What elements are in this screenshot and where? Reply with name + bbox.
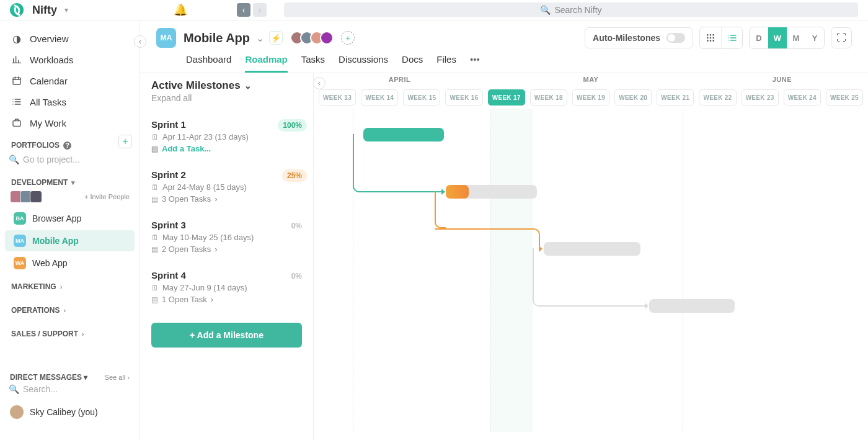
week-pill[interactable]: WEEK 20 <box>614 89 652 106</box>
zoom-month[interactable]: M <box>787 27 805 48</box>
operations-label: OPERATIONS <box>11 306 60 315</box>
marketing-header[interactable]: MARKETING › <box>0 275 140 294</box>
fullscreen-button[interactable]: ⛶ <box>831 27 852 48</box>
week-pill[interactable]: WEEK 15 <box>403 89 440 106</box>
svg-rect-1 <box>13 121 20 127</box>
open-tasks-link[interactable]: ▤3 Open Tasks › <box>151 194 302 204</box>
milestone-name: Sprint 2 <box>151 169 302 180</box>
zoom-year[interactable]: Y <box>805 27 824 48</box>
task-icon: ▤ <box>151 295 158 304</box>
chevron-right-icon: › <box>211 295 213 304</box>
week-pill[interactable]: WEEK 24 <box>784 89 821 106</box>
expand-all-link[interactable]: Expand all <box>151 93 302 103</box>
tab-discussions[interactable]: Discussions <box>339 54 388 73</box>
see-all-link[interactable]: See all › <box>105 374 130 381</box>
zoom-day[interactable]: D <box>750 27 768 48</box>
progress-badge: 25% <box>282 169 307 182</box>
avatar[interactable] <box>30 191 42 203</box>
week-pill[interactable]: WEEK 25 <box>826 89 863 106</box>
help-icon[interactable]: ? <box>63 141 71 150</box>
week-pill[interactable]: WEEK 16 <box>445 89 482 106</box>
project-header: MA Mobile App ⌄ ⚡ + Auto-Mil <box>140 20 868 49</box>
timeline[interactable]: ‹ APRIL MAY JUNE WEEK 13WEEK 14WEEK 15WE… <box>314 73 868 440</box>
collapse-sidebar-button[interactable]: ‹ <box>134 35 146 48</box>
week-pill[interactable]: WEEK 21 <box>657 89 694 106</box>
grid-view-button[interactable] <box>700 27 721 48</box>
gantt-bar-sprint2[interactable] <box>446 185 538 199</box>
sidebar-item-all-tasks[interactable]: All Tasks <box>0 91 140 112</box>
milestone-date: 🗓May 10-May 25 (16 days) <box>151 233 302 242</box>
arrow-icon <box>645 303 649 309</box>
project-badge: BA <box>14 212 26 225</box>
project-browser-app[interactable]: BA Browser App <box>5 208 135 229</box>
sidebar-item-my-work[interactable]: My Work <box>0 112 140 133</box>
project-tabs: Dashboard Roadmap Tasks Discussions Docs… <box>140 49 868 73</box>
toggle-switch[interactable] <box>666 33 685 43</box>
add-milestone-button[interactable]: + Add a Milestone <box>151 323 302 348</box>
week-pill[interactable]: WEEK 14 <box>361 89 398 106</box>
chevron-right-icon: › <box>215 245 217 254</box>
timeline-scroll-left[interactable]: ‹ <box>314 77 326 89</box>
week-pill[interactable]: WEEK 17 <box>488 89 525 106</box>
sidebar-item-workloads[interactable]: Workloads <box>0 49 140 70</box>
chevron-down-icon[interactable]: ⌄ <box>256 32 264 44</box>
week-pill[interactable]: WEEK 13 <box>319 89 356 106</box>
milestone-row[interactable]: 0% Sprint 3 🗓May 10-May 25 (16 days) ▤2 … <box>151 220 302 254</box>
milestone-row[interactable]: 0% Sprint 4 🗓May 27-Jun 9 (14 days) ▤1 O… <box>151 270 302 304</box>
brand-name[interactable]: Nifty <box>32 4 57 17</box>
sidebar-item-calendar[interactable]: Calendar <box>0 70 140 91</box>
bar-chart-icon <box>11 54 22 65</box>
week-pill[interactable]: WEEK 19 <box>572 89 609 106</box>
project-mobile-app[interactable]: MA Mobile App <box>5 230 135 251</box>
operations-header[interactable]: OPERATIONS › <box>0 294 140 317</box>
sidebar: ◑ Overview Workloads Calendar All Tasks <box>0 20 140 440</box>
bell-icon[interactable]: 🔔 <box>174 3 187 17</box>
project-web-app[interactable]: WA Web App <box>5 253 135 274</box>
auto-milestones-toggle[interactable]: Auto-Milestones <box>585 27 693 48</box>
tab-roadmap[interactable]: Roadmap <box>245 54 287 73</box>
week-pill[interactable]: WEEK 18 <box>530 89 567 106</box>
tab-files[interactable]: Files <box>436 54 456 73</box>
tab-tasks[interactable]: Tasks <box>301 54 325 73</box>
chevron-right-icon: › <box>63 307 66 314</box>
sidebar-item-overview[interactable]: ◑ Overview <box>0 28 140 49</box>
milestone-row[interactable]: 100% Sprint 1 🗓Apr 11-Apr 23 (13 days) ▤… <box>151 119 302 153</box>
chevron-down-icon[interactable]: ▾ <box>64 6 68 14</box>
list-view-button[interactable] <box>721 27 742 48</box>
add-portfolio-button[interactable]: + <box>118 135 132 148</box>
milestones-title[interactable]: Active Milestones ⌄ <box>151 79 302 92</box>
dm-person[interactable]: Sky Calibey (you) <box>0 400 140 424</box>
nifty-logo[interactable] <box>10 3 24 17</box>
invite-people-link[interactable]: + Invite People <box>84 193 130 200</box>
development-header[interactable]: DEVELOPMENT ▾ <box>0 171 140 189</box>
tab-dashboard[interactable]: Dashboard <box>186 54 231 73</box>
add-task-link[interactable]: ▤Add a Task... <box>151 144 302 153</box>
arrow-icon <box>539 246 542 252</box>
week-pill[interactable]: WEEK 22 <box>699 89 736 106</box>
milestone-row[interactable]: 25% Sprint 2 🗓Apr 24-May 8 (15 days) ▤3 … <box>151 169 302 204</box>
gantt-bar-sprint1[interactable] <box>363 128 444 141</box>
tab-more[interactable]: ••• <box>470 54 480 73</box>
nav-back-button[interactable]: ‹ <box>237 3 250 17</box>
gantt-bar-sprint3[interactable] <box>544 242 640 256</box>
calendar-icon: 🗓 <box>151 284 159 292</box>
week-pill[interactable]: WEEK 23 <box>742 89 779 106</box>
chevron-down-icon: ⌄ <box>244 81 252 91</box>
zoom-week[interactable]: W <box>768 27 787 48</box>
search-input[interactable]: 🔍 Search Nifty <box>284 2 858 17</box>
gantt-bar-sprint4[interactable] <box>649 299 735 313</box>
dm-search-input[interactable]: 🔍 Search... <box>9 384 131 394</box>
automation-icon[interactable]: ⚡ <box>269 31 283 45</box>
search-icon: 🔍 <box>9 155 19 164</box>
direct-messages-header[interactable]: DIRECT MESSAGES ▾ See all › <box>0 366 140 383</box>
goto-project-input[interactable]: 🔍 Go to project... <box>9 155 131 164</box>
svg-point-3 <box>710 35 711 35</box>
open-tasks-link[interactable]: ▤2 Open Tasks › <box>151 245 302 254</box>
open-tasks-link[interactable]: ▤1 Open Task › <box>151 295 302 304</box>
avatar[interactable] <box>320 31 334 45</box>
project-title[interactable]: Mobile App <box>184 31 250 45</box>
sales-header[interactable]: SALES / SUPPORT › <box>0 317 140 341</box>
tab-docs[interactable]: Docs <box>402 54 423 73</box>
timeline-body[interactable] <box>314 109 868 432</box>
add-member-button[interactable]: + <box>341 31 355 45</box>
